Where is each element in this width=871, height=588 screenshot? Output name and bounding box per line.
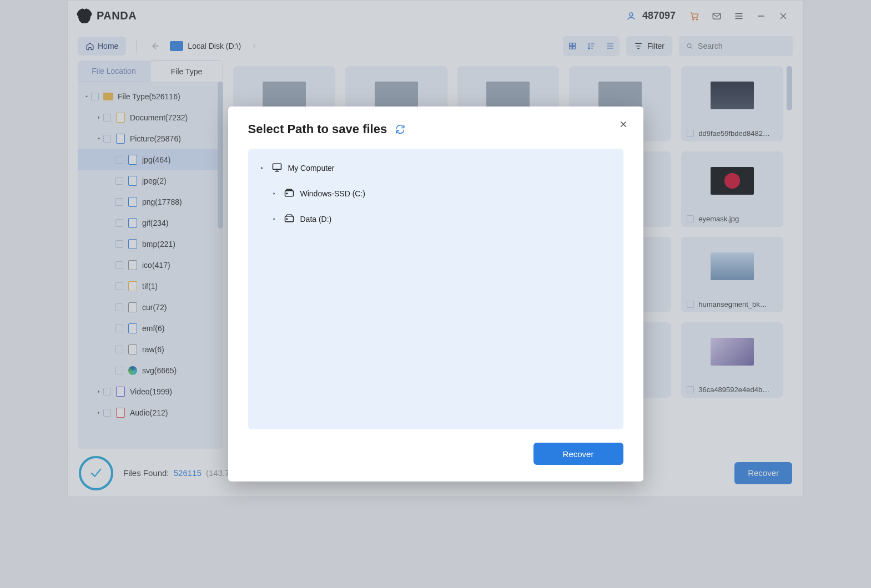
modal-recover-button[interactable]: Recover: [533, 443, 623, 465]
modal-close-button[interactable]: [616, 116, 631, 132]
path-tree-label: Windows-SSD (C:): [300, 189, 365, 198]
svg-point-11: [286, 193, 288, 194]
drive-icon: [284, 187, 295, 200]
caret-icon: [270, 191, 278, 196]
modal-title: Select Path to save files: [248, 122, 387, 136]
drive-icon: [284, 213, 295, 226]
path-tree[interactable]: My ComputerWindows-SSD (C:)Data (D:): [248, 149, 623, 429]
path-tree-label: My Computer: [288, 164, 335, 173]
path-tree-item[interactable]: My Computer: [253, 155, 619, 181]
computer-icon: [271, 162, 283, 175]
path-tree-item[interactable]: Data (D:): [253, 206, 619, 232]
path-tree-item[interactable]: Windows-SSD (C:): [253, 181, 619, 206]
caret-icon: [270, 216, 278, 222]
path-tree-label: Data (D:): [300, 215, 332, 224]
svg-point-13: [286, 219, 288, 220]
modal-overlay: Select Path to save files My ComputerWin…: [0, 0, 871, 588]
refresh-button[interactable]: [395, 124, 406, 135]
caret-icon: [258, 165, 266, 171]
save-path-modal: Select Path to save files My ComputerWin…: [228, 107, 643, 481]
svg-rect-9: [273, 164, 281, 169]
